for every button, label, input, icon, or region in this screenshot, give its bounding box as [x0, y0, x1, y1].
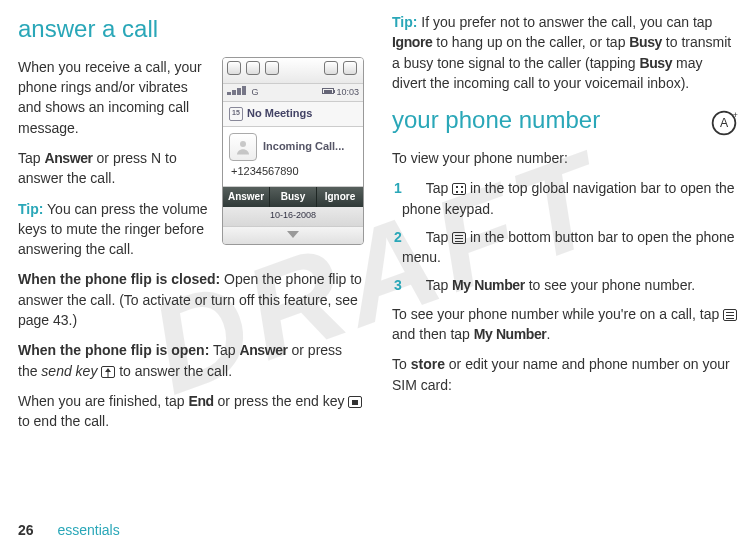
text: To	[392, 356, 411, 372]
text: .	[546, 326, 550, 342]
tip-label: Tip:	[18, 201, 43, 217]
heading-answer-call: answer a call	[18, 12, 364, 47]
answer-label: Answer	[44, 150, 92, 166]
phone-no-meetings: No Meetings	[223, 102, 363, 127]
ignore-label: Ignore	[392, 34, 432, 50]
text: and then tap	[392, 326, 474, 342]
section-icon: A+	[710, 109, 738, 142]
signal-icon: G	[227, 86, 259, 99]
phone-ignore-button[interactable]: Ignore	[317, 187, 363, 208]
phone-answer-button[interactable]: Answer	[223, 187, 270, 208]
flip-open-label: When the phone flip is open:	[18, 342, 209, 358]
answer-label: Answer	[239, 342, 287, 358]
phone-statusbar: G 10:03	[223, 84, 363, 102]
busy-label: Busy	[629, 34, 662, 50]
step-2: 2 Tap in the bottom button bar to open t…	[398, 227, 738, 268]
end-call-paragraph: When you are finished, tap End or press …	[18, 391, 364, 432]
text: Tap	[426, 180, 452, 196]
view-number-intro: To view your phone number:	[392, 148, 738, 168]
phone-nav-icon	[343, 61, 357, 75]
text: Tap	[426, 229, 452, 245]
flip-closed-label: When the phone flip is closed:	[18, 271, 220, 287]
tip-mute: Tip: You can press the volume keys to mu…	[18, 199, 212, 260]
step-number: 3	[398, 275, 410, 295]
text: Tap	[18, 150, 44, 166]
svg-point-0	[240, 141, 246, 147]
phone-frame: G 10:03 No Meetings I	[222, 57, 364, 245]
store-paragraph: To store or edit your name and phone num…	[392, 354, 738, 395]
phone-nav-icon	[265, 61, 279, 75]
on-call-paragraph: To see your phone number while you're on…	[392, 304, 738, 345]
answer-instruction: Tap Answer or press N to answer the call…	[18, 148, 212, 189]
caller-avatar-icon	[229, 133, 257, 161]
step-number: 2	[398, 227, 410, 247]
phone-nav-icon	[246, 61, 260, 75]
incoming-call-label: Incoming Call...	[263, 139, 344, 155]
page-content: answer a call G	[0, 0, 756, 546]
svg-text:A: A	[720, 116, 729, 130]
tip-text: You can press the volume keys to mute th…	[18, 201, 208, 258]
phone-call-buttons: Answer Busy Ignore	[223, 187, 363, 208]
my-number-label: My Number	[452, 277, 525, 293]
tip-ignore-busy: Tip: If you prefer not to answer the cal…	[392, 12, 738, 93]
text: Tap	[426, 277, 452, 293]
step-number: 1	[398, 178, 410, 198]
send-key-icon	[101, 366, 115, 378]
flip-open-paragraph: When the phone flip is open: Tap Answer …	[18, 340, 364, 381]
step-text: to see your phone number.	[525, 277, 695, 293]
battery-icon	[322, 88, 334, 94]
text: When you are finished, tap	[18, 393, 188, 409]
phone-clock: 10:03	[336, 87, 359, 97]
phone-nav-icon	[324, 61, 338, 75]
menu-icon	[452, 232, 466, 244]
phone-top-icons	[223, 58, 363, 84]
busy-label: Busy	[640, 55, 673, 71]
caller-number: +1234567890	[229, 161, 357, 182]
calendar-icon	[229, 107, 243, 121]
text: If you prefer not to answer the call, yo…	[417, 14, 712, 30]
text: to end the call.	[18, 413, 109, 429]
end-key-icon	[348, 396, 362, 408]
keypad-icon	[452, 183, 466, 195]
menu-icon	[723, 309, 737, 321]
send-key-label: send key	[41, 363, 97, 379]
flip-closed-paragraph: When the phone flip is closed: Open the …	[18, 269, 364, 330]
intro-paragraph: When you receive a call, your phone ring…	[18, 57, 212, 138]
phone-bottom-bar	[223, 226, 363, 244]
step-1: 1 Tap in the top global navigation bar t…	[398, 178, 738, 219]
text: to hang up on the caller, or tap	[432, 34, 629, 50]
text: To see your phone number while you're on…	[392, 306, 723, 322]
phone-nav-icon	[227, 61, 241, 75]
step-3: 3 Tap My Number to see your phone number…	[398, 275, 738, 295]
phone-busy-button[interactable]: Busy	[270, 187, 317, 208]
store-label: store	[411, 356, 445, 372]
svg-text:+: +	[733, 110, 738, 120]
end-label: End	[188, 393, 213, 409]
right-column: Tip: If you prefer not to answer the cal…	[392, 12, 738, 538]
text: to answer the call.	[115, 363, 232, 379]
no-meetings-label: No Meetings	[247, 106, 312, 122]
phone-date: 10-16-2008	[223, 207, 363, 226]
my-number-label: My Number	[474, 326, 547, 342]
phone-screenshot: G 10:03 No Meetings I	[222, 57, 364, 245]
phone-incoming-panel: Incoming Call... +1234567890	[223, 127, 363, 187]
tip-label: Tip:	[392, 14, 417, 30]
left-column: answer a call G	[18, 12, 364, 538]
heading-your-phone-number: your phone number	[392, 103, 600, 138]
text: or press the end key	[214, 393, 349, 409]
text: Tap	[209, 342, 239, 358]
